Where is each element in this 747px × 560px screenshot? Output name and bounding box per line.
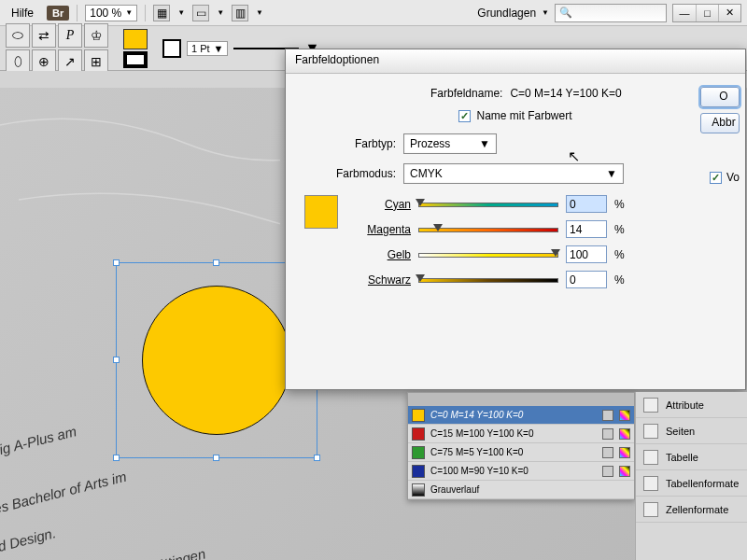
doc-text-3: on und Design. — [0, 525, 57, 560]
swatch-row[interactable]: C=100 M=90 Y=10 K=0 — [408, 462, 634, 481]
screen-mode-icon[interactable]: ▭ — [192, 5, 209, 21]
side-table[interactable]: Tabelle — [636, 444, 747, 470]
chevron-down-icon: ▼ — [606, 167, 617, 180]
cyan-input[interactable] — [566, 195, 607, 213]
swatch-row[interactable]: C=0 M=14 Y=100 K=0 — [408, 406, 634, 425]
tool-2[interactable]: ⇄ — [32, 23, 56, 48]
magenta-slider[interactable] — [418, 225, 558, 234]
bridge-badge[interactable]: Br — [47, 6, 69, 21]
search-input[interactable]: 🔍 — [555, 4, 667, 22]
tool-1[interactable]: ⬭ — [6, 23, 30, 48]
swatch-row[interactable]: Grauverlauf — [408, 481, 634, 499]
side-panel: Attribute Seiten Tabelle Tabellenformate… — [635, 392, 747, 560]
tool-8[interactable]: ⊞ — [84, 49, 108, 74]
fill-swatch[interactable] — [123, 29, 148, 49]
window-controls: — □ ✕ — [672, 4, 741, 22]
black-slider[interactable] — [418, 275, 558, 285]
swatch-options-dialog: Farbfeldoptionen Farbfeldname: C=0 M=14 … — [285, 49, 746, 390]
name-with-value-label: Name mit Farbwert — [476, 109, 571, 122]
ok-button[interactable]: O — [700, 87, 740, 107]
attribute-icon — [643, 398, 658, 413]
color-preview-swatch — [304, 195, 338, 229]
menubar: Hilfe Br 100 %▼ ▦▼ ▭▼ ▥▼ Grundlagen▼ 🔍 —… — [0, 0, 747, 26]
magenta-input[interactable] — [566, 220, 607, 238]
search-icon: 🔍 — [559, 7, 572, 19]
cell-formats-icon — [643, 502, 658, 517]
swatch-row[interactable]: C=75 M=5 Y=100 K=0 — [408, 443, 634, 462]
side-attribute[interactable]: Attribute — [636, 392, 747, 418]
cancel-button[interactable]: Abbr — [700, 113, 740, 133]
minimize-button[interactable]: — — [673, 5, 696, 21]
table-icon — [643, 450, 658, 465]
swatch-name-label: Farbfeldname: — [409, 87, 502, 100]
preview-checkbox[interactable]: ✓ — [710, 172, 722, 184]
color-mode-label: Farbmodus: — [312, 167, 396, 180]
swatch-row[interactable]: C=15 M=100 Y=100 K=0 — [408, 425, 634, 443]
color-type-label: Farbtyp: — [332, 137, 396, 150]
black-label: Schwarz — [353, 273, 411, 287]
yellow-slider[interactable] — [418, 250, 558, 259]
tool-4[interactable]: ♔ — [84, 23, 108, 48]
stroke-preview[interactable] — [162, 39, 181, 58]
map-decoration — [0, 88, 280, 228]
side-table-formats[interactable]: Tabellenformate — [636, 470, 747, 497]
magenta-label: Magenta — [353, 223, 411, 236]
zoom-control[interactable]: 100 %▼ — [85, 5, 137, 21]
view-options-icon[interactable]: ▦ — [153, 5, 170, 21]
doc-text-2: . Grades Bachelor of Arts im — [0, 469, 128, 526]
color-type-select[interactable]: Prozess▼ — [403, 133, 497, 154]
swatches-panel: C=0 M=14 Y=100 K=0 C=15 M=100 Y=100 K=0 … — [407, 392, 635, 500]
black-input[interactable] — [566, 271, 607, 288]
pages-icon — [643, 424, 658, 439]
stroke-weight-input[interactable]: 1 Pt▼ — [187, 41, 228, 56]
dialog-title[interactable]: Farbfeldoptionen — [286, 49, 745, 74]
side-cell-formats[interactable]: Zellenformate — [636, 497, 747, 523]
side-pages[interactable]: Seiten — [636, 418, 747, 444]
table-formats-icon — [643, 476, 658, 491]
stroke-swatch-tool[interactable] — [123, 51, 148, 68]
tool-6[interactable]: ⊕ — [32, 49, 56, 74]
doc-text-4: in Göttingen — [130, 545, 207, 560]
yellow-input[interactable] — [566, 245, 607, 263]
chevron-down-icon: ▼ — [479, 137, 490, 150]
close-button[interactable]: ✕ — [718, 5, 740, 21]
chevron-down-icon: ▼ — [125, 8, 133, 17]
cyan-slider[interactable] — [418, 200, 558, 209]
preview-label: Vo — [726, 171, 740, 184]
swatch-name-value: C=0 M=14 Y=100 K=0 — [510, 87, 621, 100]
color-mode-select[interactable]: CMYK▼ — [403, 163, 624, 184]
doc-text-1: eig A-Plus am — [0, 423, 78, 459]
workspace-selector[interactable]: Grundlagen — [477, 7, 536, 20]
swatches-panel-header[interactable] — [408, 393, 634, 406]
tool-type[interactable]: P — [58, 23, 82, 48]
tool-5[interactable]: ⬯ — [6, 49, 30, 74]
arrange-icon[interactable]: ▥ — [232, 5, 248, 21]
cyan-label: Cyan — [353, 198, 411, 211]
tool-7[interactable]: ↗ — [58, 49, 82, 74]
name-with-value-checkbox[interactable]: ✓ — [458, 110, 471, 122]
yellow-label: Gelb — [353, 248, 411, 261]
maximize-button[interactable]: □ — [696, 5, 718, 21]
menu-help[interactable]: Hilfe — [6, 5, 39, 21]
